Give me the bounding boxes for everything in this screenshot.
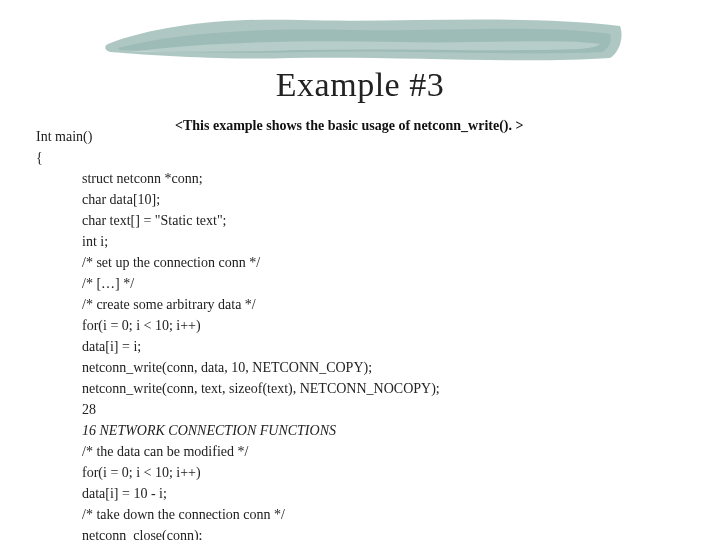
code-line: /* […] */ [82,273,686,294]
code-line: data[i] = 10 - i; [82,483,686,504]
code-line: Int main() [36,126,686,147]
code-line: netconn_close(conn); [82,525,686,540]
code-line: int i; [82,231,686,252]
code-line: /* the data can be modified */ [82,441,686,462]
code-line: /* create some arbitrary data */ [82,294,686,315]
code-line: /* take down the connection conn */ [82,504,686,525]
code-line: netconn_write(conn, data, 10, NETCONN_CO… [82,357,686,378]
code-line: for(i = 0; i < 10; i++) [82,315,686,336]
code-line: for(i = 0; i < 10; i++) [82,462,686,483]
code-line: char text[] = "Static text"; [82,210,686,231]
code-line: netconn_write(conn, text, sizeof(text), … [82,378,686,399]
brush-stroke-decoration [100,12,630,66]
code-line: 28 [82,399,686,420]
code-line: { [36,147,686,168]
slide-title: Example #3 [0,66,720,104]
code-line: data[i] = i; [82,336,686,357]
code-line: 16 NETWORK CONNECTION FUNCTIONS [82,420,686,441]
code-block: Int main() { struct netconn *conn;char d… [36,126,686,540]
code-line: struct netconn *conn; [82,168,686,189]
code-line: char data[10]; [82,189,686,210]
code-line: /* set up the connection conn */ [82,252,686,273]
